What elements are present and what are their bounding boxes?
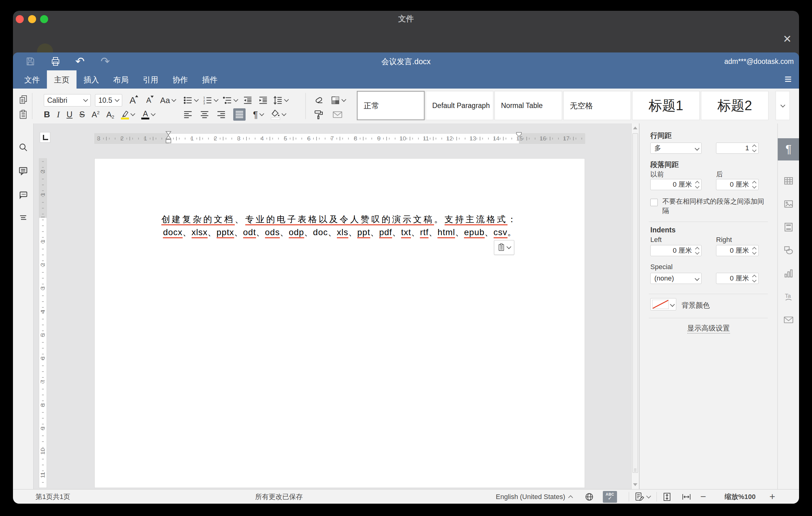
no-space-checkbox[interactable] [650,199,658,206]
increase-indent-button[interactable] [258,94,268,107]
strikethrough-button[interactable]: S [79,108,85,121]
fit-page-button[interactable] [662,489,672,504]
vertical-ruler[interactable]: 211234567891011 [39,158,47,488]
indent-marker[interactable] [165,131,172,146]
spinner-arrows[interactable] [753,248,756,254]
style-preview[interactable]: Default Paragraph [426,91,493,120]
print-button[interactable] [51,53,60,70]
mail-merge-settings-tab[interactable] [778,311,799,328]
multilevel-list-button[interactable] [223,94,237,107]
undo-button[interactable]: ↶ [75,53,85,70]
tab-item[interactable]: 插入 [77,70,106,89]
subscript-button[interactable]: A 2 [107,108,114,121]
font-color-button[interactable]: A [141,108,155,121]
spacing-after-spinner[interactable]: 0 厘米 [716,179,759,190]
justify-button[interactable] [233,108,245,121]
save-button[interactable] [25,53,35,70]
line-spacing-type-select[interactable]: 多 [650,143,701,154]
align-left-button[interactable] [183,108,193,121]
scrollbar-thumb[interactable] [633,133,638,473]
language-select[interactable]: English (United States) [496,489,572,504]
spellcheck-button[interactable]: ABC ✓ [603,491,617,503]
paste-button[interactable] [19,108,28,121]
document-line[interactable]: docx、xlsx、pptx、odt、ods、odp、doc、xls、ppt、p… [95,226,585,239]
line-spacing-button[interactable] [273,94,288,107]
shading-button[interactable] [331,94,346,107]
decrease-indent-button[interactable] [242,94,253,107]
nonprinting-chars-button[interactable]: ¶ [253,108,263,121]
increase-font-button[interactable]: A [126,94,139,107]
font-size-select[interactable]: 10.5 [95,94,122,107]
comments-button[interactable] [18,166,28,176]
special-select[interactable]: (none) [650,273,701,284]
clear-style-button[interactable] [313,94,324,107]
chart-settings-tab[interactable] [778,265,799,282]
spinner-arrows[interactable] [696,181,699,188]
tab-item[interactable]: 引用 [136,70,165,89]
line-spacing-value-spinner[interactable]: 1 [716,143,759,154]
navigation-button[interactable] [18,213,28,223]
bullet-list-button[interactable] [183,94,198,107]
zoom-in-button[interactable]: + [770,489,775,504]
text-art-settings-tab[interactable]: Ta [778,288,799,305]
tab-item[interactable]: 文件 [17,70,47,89]
advanced-settings-link[interactable]: 显示高级设置 [640,323,778,333]
style-preview[interactable]: 标题1 [632,91,700,120]
tab-item[interactable]: 布局 [106,70,136,89]
right-indent-marker[interactable] [516,132,522,137]
search-button[interactable] [18,143,28,152]
redo-button[interactable]: ↷ [100,53,111,70]
tab-item[interactable]: 插件 [195,70,225,89]
background-color-picker[interactable] [650,298,676,311]
zoom-level[interactable]: 缩放%100 [720,489,760,504]
indent-left-spinner[interactable]: 0 厘米 [650,245,701,256]
style-preview[interactable]: 标题2 [701,91,768,120]
spacing-before-spinner[interactable]: 0 厘米 [650,179,701,190]
document-language-button[interactable] [584,489,594,504]
track-changes-button[interactable] [634,489,650,504]
bold-button[interactable]: B [44,108,50,121]
spinner-arrows[interactable] [753,145,756,151]
paragraph-settings-tab[interactable]: ¶ [778,138,799,161]
font-name-select[interactable]: Calibri [44,94,91,107]
shape-settings-tab[interactable] [778,242,799,259]
header-footer-settings-tab[interactable] [778,219,799,236]
paste-options-button[interactable] [494,240,514,255]
scroll-down-icon[interactable] [633,483,637,486]
indent-right-spinner[interactable]: 0 厘米 [716,245,759,256]
highlight-color-button[interactable] [121,108,135,121]
special-amount-spinner[interactable]: 0 厘米 [716,273,759,284]
superscript-button[interactable]: A 2 [92,108,100,121]
chat-button[interactable] [18,190,28,199]
style-preview[interactable]: Normal Table [495,91,562,120]
spinner-arrows[interactable] [753,181,756,188]
underline-button[interactable]: U [67,108,73,121]
align-right-button[interactable] [216,108,226,121]
spinner-arrows[interactable] [753,275,756,282]
tab-item[interactable]: 主页 [47,70,77,89]
styles-more-button[interactable] [776,91,790,120]
copy-button[interactable] [19,93,28,107]
fit-width-button[interactable] [681,489,692,504]
copy-style-button[interactable] [313,108,324,121]
vertical-scrollbar[interactable] [631,123,639,489]
align-center-button[interactable] [200,108,209,121]
change-case-button[interactable]: Aa [158,94,177,107]
mail-merge-button[interactable] [331,108,344,121]
document-page[interactable]: 创建复杂的文档、专业的电子表格以及令人赞叹的演示文稿。支持主流格式：docx、x… [94,158,585,488]
table-settings-tab[interactable] [778,172,799,190]
zoom-out-button[interactable]: − [700,489,706,504]
style-preview[interactable]: 无空格 [563,91,631,120]
menu-icon[interactable]: ≡ [785,70,792,89]
italic-button[interactable]: I [57,108,60,121]
tab-stop-selector[interactable] [40,132,50,143]
close-icon[interactable]: ✕ [783,34,792,44]
decrease-font-button[interactable]: A [143,94,154,107]
scroll-up-icon[interactable] [633,126,637,129]
paragraph-shading-button[interactable] [271,108,286,121]
document-line[interactable]: 创建复杂的文档、专业的电子表格以及令人赞叹的演示文稿。支持主流格式： [95,213,585,226]
page-info[interactable]: 第1页共1页 [35,489,70,504]
numbered-list-button[interactable]: 123 [203,94,218,107]
image-settings-tab[interactable] [778,195,799,212]
style-preview[interactable]: 正常 [357,91,425,120]
